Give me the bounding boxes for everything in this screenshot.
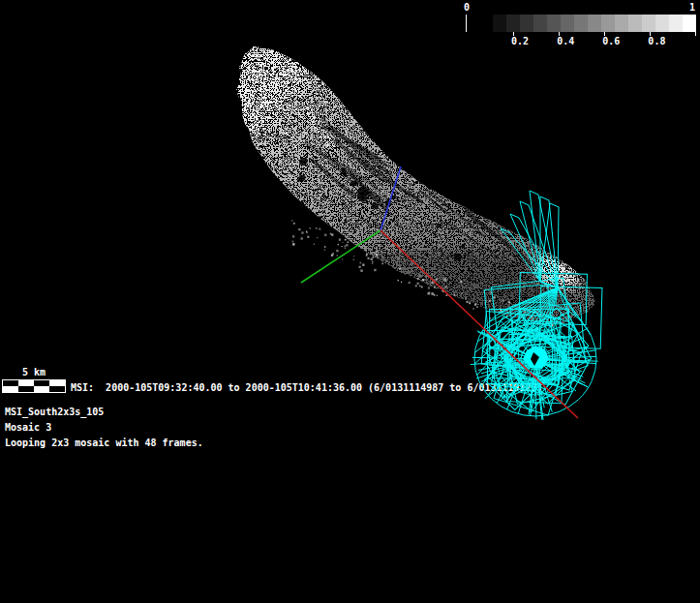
asteroid-mesh xyxy=(212,39,594,331)
axis-green-line xyxy=(301,230,380,283)
scene-viewport-3d[interactable] xyxy=(0,0,700,603)
msi-sequence-viewer-window: 0 1 0.20.40.60.8 5 km MSI: 2000-105T09:3… xyxy=(0,0,700,603)
